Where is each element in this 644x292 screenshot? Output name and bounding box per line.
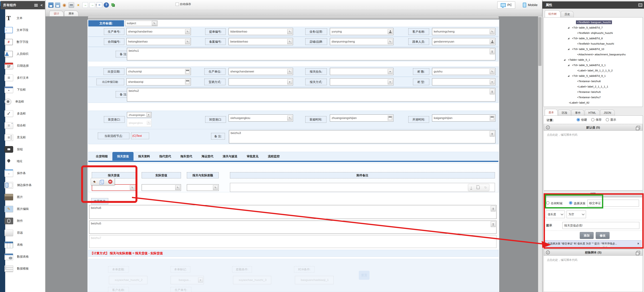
upload-icon[interactable]: ↑ [470,186,472,189]
default-value-placeholder[interactable]: 点击此处，编写脚本代码 [547,133,577,137]
palette-item[interactable]: 意见框 [4,131,45,143]
calc-option[interactable]: 创建 [577,118,587,122]
hint-input[interactable]: 报关货值必填! [562,222,639,229]
field-tidanbianhao[interactable]: tidanbianhao [228,28,293,35]
expand-icon[interactable] [568,48,569,50]
property-tab[interactable]: JSON [600,110,615,116]
field-beizhu1[interactable]: beizhu1 [127,48,496,60]
field-label[interactable]: 出货日期: [104,68,124,75]
field-beizhu3[interactable]: beizhu3 [229,130,496,143]
field-beizhu5[interactable]: beizhu5 [89,221,496,234]
device-mobile-button[interactable]: Mobile [520,1,540,8]
tree-node[interactable]: <Td> table_5_table$Td_9_1 [544,73,642,78]
expand-icon[interactable] [568,27,569,28]
device-pc-button[interactable]: PC [497,1,515,9]
palette-item[interactable]: 单选框 [4,96,45,108]
palette-item[interactable]: 文本 [4,12,45,24]
field-label[interactable]: 出口申报日期: [96,79,124,85]
field-baoguanfangshi[interactable] [330,78,394,85]
palette-item[interactable]: 多行文本 [4,72,45,84]
palette-item[interactable]: 表格 [4,239,45,251]
field-guixing[interactable] [432,78,496,85]
field-bendanbiaoji[interactable]: baogua... [170,276,204,284]
table-header[interactable]: 报关与实际差额 [187,172,219,178]
tree-node[interactable]: <Td> table_5_table$Td_10 [544,46,642,52]
panel-collapse-icon[interactable] [638,3,642,6]
palette-item[interactable]: 数据表格 [4,251,45,263]
field-label[interactable]: 柜 数: [413,68,429,75]
palette-item[interactable]: 组合框 [4,120,45,131]
calc-option[interactable]: 保存 [591,118,602,122]
toolbar-icon[interactable] [97,2,102,8]
field-yunying[interactable]: yunying [330,28,394,35]
field-xiehuogangkou[interactable]: xiehuogangkou [228,115,293,122]
field-gendanrenyuan[interactable]: gendanrenyuan [432,38,496,45]
tree-node[interactable]: <Attachment> attachment_baoguanyuhu [544,52,642,57]
tree-tab[interactable]: 历史 [561,11,574,17]
field-label[interactable]: 报关抬头: [305,68,327,75]
field-kaigangshijian[interactable]: kaigangshijian [432,115,496,122]
field-label[interactable]: 差额条件: [232,266,252,273]
form-tab[interactable]: 报关资料 [134,152,155,161]
palette-item[interactable]: 文本字段 [4,24,45,36]
field-label[interactable]: 跟单人员: [408,38,429,45]
field-label[interactable]: 提单编号: [205,28,226,35]
field-beizhu7[interactable]: beizhu7 [89,235,496,248]
palette-item[interactable]: 图片 [4,191,45,203]
field-dianpumingcheng[interactable]: dianpumingcheng [330,38,394,45]
field-qitagangkou[interactable]: qitagangkou [127,119,152,127]
form-tab[interactable]: 海运货代 [197,152,218,161]
field-label[interactable]: 卸货港口: [205,116,226,123]
form-tab[interactable]: 出货明细 [91,152,112,161]
tree-tab[interactable]: 组件树 [545,10,560,17]
field-baoguantaitou[interactable] [330,68,394,75]
field-label-subject[interactable]: 文件标题: [88,20,124,26]
modify-button[interactable]: 修改 [596,232,610,239]
tree-node[interactable]: <Label> label_82 [544,100,642,105]
toolbar-icon[interactable] [68,2,74,8]
tree-node[interactable]: <Textfield> shijihuozhi_huozhi [544,30,642,36]
radio-decision-label[interactable]: 选择决策 [574,201,586,205]
form-tab[interactable]: 流程监控 [263,152,284,161]
validation-header[interactable]: 校验 [544,191,642,197]
palette-item[interactable]: 图片编辑 [4,203,45,215]
condition-op-select[interactable]: 为空 [566,211,586,218]
field-label[interactable]: 生产单号: [104,28,124,35]
radio-icon[interactable] [606,118,609,121]
field-label[interactable]: 店铺/品牌: [305,38,327,45]
field-label[interactable]: 本单差额: [108,266,129,273]
form-tab[interactable]: 拖车货代 [176,152,197,161]
move-icon[interactable]: + [93,179,96,184]
field-zhuangxiangshijian[interactable]: zhuangxiangshijian [330,115,394,122]
copy-icon[interactable] [637,251,640,254]
toolbar-icon[interactable] [110,2,116,7]
field-duichongtiaojian[interactable]: baoguanchaebiaoji_1 [295,276,334,284]
copy-icon[interactable] [100,180,104,184]
field-label[interactable]: 备案编号: [205,38,226,45]
tree-node[interactable]: <Label> label_2_1_1_1_1 [544,84,642,89]
copy-icon[interactable] [637,126,640,129]
field-shenbaoriqi[interactable]: shenbaoriqi [126,78,191,85]
tree-node[interactable]: <Textarea> beizhu7 [544,95,642,100]
field-label[interactable]: 柜 型: [413,79,429,85]
toolbar-icon[interactable] [76,2,81,7]
palette-item[interactable]: 人员组织 [4,48,45,60]
palette-item[interactable]: 地址 [4,155,45,167]
tree-node[interactable]: <Div> div_2 [544,105,642,107]
palette-item[interactable]: 侧边操作条 [4,179,45,191]
condition-field-select[interactable]: 值长度 [546,211,565,218]
field-label[interactable]: 装货港口: [104,116,125,123]
table-cell-shiji-huozhi[interactable] [142,184,181,191]
palette-item[interactable]: 数字字段 [4,36,45,48]
property-tab[interactable]: 基本 [545,109,558,116]
field-beizhu6[interactable]: beizhu6 [89,205,496,219]
toolbar-icon[interactable] [90,2,95,8]
field-label[interactable]: 本单标记: [170,266,190,273]
tree-node[interactable]: <Textfield> baoguan_huozhi [544,19,642,25]
form-tab[interactable]: 清关与派送 [218,152,242,161]
property-tab[interactable]: HTML [585,110,600,116]
field-label[interactable]: 合同编号: [104,38,124,45]
radio-icon[interactable] [577,118,580,121]
field-zhuanghuogangkou-select[interactable]: zhuangxiegan... [127,112,152,118]
close-icon[interactable]: × [637,242,639,246]
